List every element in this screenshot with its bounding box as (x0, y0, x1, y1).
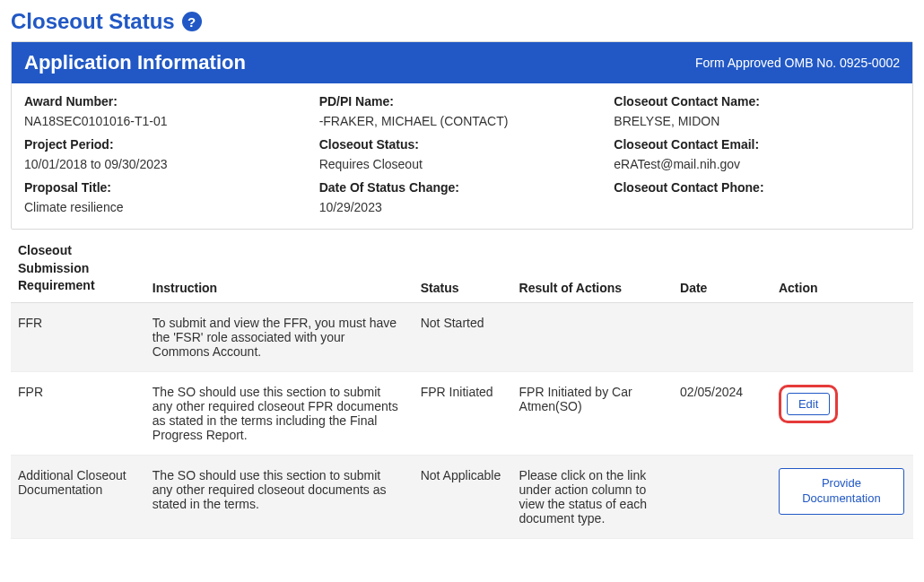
pdpi-name-label: PD/PI Name: (319, 94, 606, 109)
cell-requirement: FFR (11, 302, 145, 371)
cell-instruction: The SO should use this section to submit… (145, 455, 414, 538)
proposal-title-label: Proposal Title: (24, 180, 310, 195)
pdpi-name-value: -FRAKER, MICHAEL (CONTACT) (319, 114, 606, 128)
page-title: Closeout Status ? (11, 9, 913, 34)
cell-date: 02/05/2024 (673, 371, 771, 455)
cell-status: Not Started (414, 302, 512, 371)
application-information-panel: Application Information Form Approved OM… (11, 41, 913, 230)
cell-action: Edit (771, 371, 913, 455)
cell-result: Please click on the link under action co… (512, 455, 674, 538)
cell-date (673, 302, 771, 371)
edit-button[interactable]: Edit (787, 393, 830, 415)
col-header-requirement: Closeout Submission Requirement (11, 242, 145, 302)
col-header-action: Action (771, 242, 913, 302)
closeout-contact-email-value: eRATest@mail.nih.gov (614, 157, 900, 171)
table-row: FPR The SO should use this section to su… (11, 371, 913, 455)
page-title-text: Closeout Status (11, 9, 175, 34)
col-header-status: Status (414, 242, 512, 302)
table-row: FFR To submit and view the FFR, you must… (11, 302, 913, 371)
date-status-change-value: 10/29/2023 (319, 200, 606, 214)
award-number-value: NA18SEC0101016-T1-01 (24, 114, 310, 128)
proposal-title-value: Climate resilience (24, 200, 310, 214)
cell-instruction: To submit and view the FFR, you must hav… (145, 302, 414, 371)
closeout-contact-name-value: BRELYSE, MIDON (614, 114, 900, 128)
cell-requirement: Additional Closeout Documentation (11, 455, 145, 538)
cell-action: Provide Documentation (771, 455, 913, 538)
provide-documentation-button[interactable]: Provide Documentation (779, 468, 904, 515)
cell-result: FPR Initiated by Car Atmen(SO) (512, 371, 674, 455)
cell-status: FPR Initiated (414, 371, 512, 455)
cell-date (673, 455, 771, 538)
project-period-value: 10/01/2018 to 09/30/2023 (24, 157, 310, 171)
cell-result (512, 302, 674, 371)
col-header-date: Date (673, 242, 771, 302)
col-header-instruction: Instruction (145, 242, 414, 302)
closeout-table: Closeout Submission Requirement Instruct… (11, 242, 913, 539)
col-header-result: Result of Actions (512, 242, 674, 302)
edit-highlight: Edit (779, 385, 838, 423)
date-status-change-label: Date Of Status Change: (319, 180, 606, 195)
help-icon[interactable]: ? (182, 12, 202, 31)
closeout-contact-email-label: Closeout Contact Email: (614, 137, 900, 152)
table-row: Additional Closeout Documentation The SO… (11, 455, 913, 538)
cell-requirement: FPR (11, 371, 145, 455)
cell-action (771, 302, 913, 371)
closeout-contact-name-label: Closeout Contact Name: (614, 94, 900, 109)
closeout-status-value: Requires Closeout (319, 157, 606, 171)
project-period-label: Project Period: (24, 137, 310, 152)
panel-title: Application Information (24, 51, 246, 74)
award-number-label: Award Number: (24, 94, 310, 109)
closeout-status-label: Closeout Status: (319, 137, 606, 152)
cell-instruction: The SO should use this section to submit… (145, 371, 414, 455)
form-approved-text: Form Approved OMB No. 0925-0002 (695, 56, 900, 70)
closeout-contact-phone-label: Closeout Contact Phone: (614, 180, 900, 195)
application-info-grid: Award Number: NA18SEC0101016-T1-01 PD/PI… (12, 83, 912, 229)
cell-status: Not Applicable (414, 455, 512, 538)
panel-header: Application Information Form Approved OM… (12, 42, 912, 83)
